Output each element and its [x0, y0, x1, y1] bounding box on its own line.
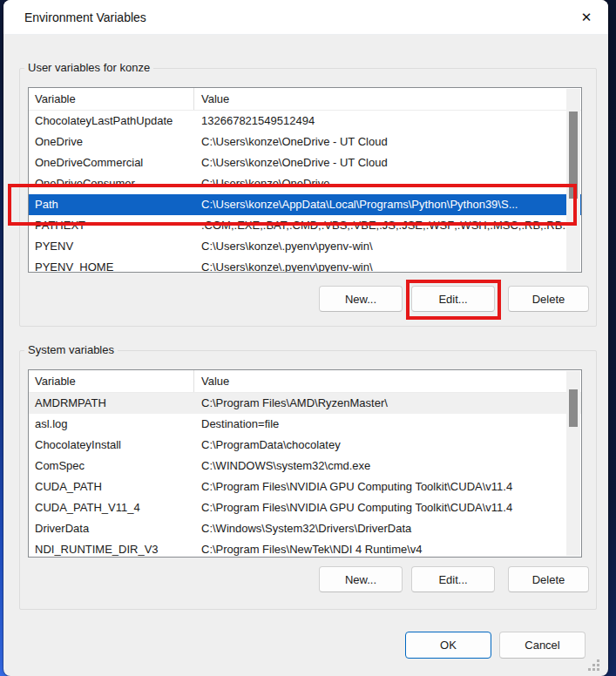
close-icon[interactable]: ✕ [572, 3, 601, 31]
table-row[interactable]: asl.log Destination=file [29, 414, 581, 435]
value-cell: C:\Program Files\NVIDIA GPU Computing To… [194, 497, 581, 518]
system-edit-button[interactable]: Edit... [411, 566, 495, 592]
user-variables-table: Variable Value ChocolateyLastPathUpdate … [28, 87, 582, 273]
system-variables-group-label: System variables [24, 343, 118, 356]
variable-column-header[interactable]: Variable [29, 88, 194, 110]
table-row[interactable]: ChocolateyInstall C:\ProgramData\chocola… [29, 435, 581, 456]
scrollbar-thumb[interactable] [569, 112, 578, 199]
system-table-header: Variable Value [29, 370, 581, 393]
variable-cell: OneDriveCommercial [29, 152, 194, 173]
value-cell: .COM;.EXE;.BAT;.CMD;.VBS;.VBE;.JS;.JSE;.… [194, 215, 581, 236]
value-cell: C:\Users\konze\OneDrive - UT Cloud [194, 132, 581, 152]
variable-cell: ComSpec [29, 456, 194, 477]
resize-grip[interactable] [597, 668, 599, 671]
table-row[interactable]: OneDriveCommercial C:\Users\konze\OneDri… [29, 152, 581, 173]
system-table-rows: AMDRMPATH C:\Program Files\AMD\RyzenMast… [29, 393, 581, 558]
value-cell: C:\Users\konze\AppData\Local\Programs\Py… [194, 194, 581, 215]
table-row[interactable]: OneDriveConsumer C:\Users\konze\OneDrive [29, 173, 581, 194]
environment-variables-dialog: Environment Variables ✕ User variables f… [3, 0, 608, 676]
variable-cell: asl.log [29, 414, 194, 435]
value-cell: Destination=file [194, 414, 581, 435]
variable-cell: ChocolateyInstall [29, 435, 194, 456]
table-row[interactable]: NDI_RUNTIME_DIR_V3 C:\Program Files\NewT… [29, 539, 581, 558]
variable-cell: DriverData [29, 518, 194, 539]
table-row[interactable]: ChocolateyLastPathUpdate 132667821549512… [29, 111, 581, 132]
value-cell: C:\Program Files\NewTek\NDI 4 Runtime\v4 [194, 539, 581, 558]
user-edit-button[interactable]: Edit... [411, 286, 495, 312]
cancel-button[interactable]: Cancel [499, 632, 586, 659]
user-variables-group-label: User variables for konze [24, 61, 153, 74]
value-column-header[interactable]: Value [194, 88, 581, 110]
variable-cell: CUDA_PATH_V11_4 [29, 497, 194, 518]
system-table-scrollbar[interactable] [566, 371, 580, 556]
ok-button[interactable]: OK [405, 632, 491, 659]
value-cell: C:\ProgramData\chocolatey [194, 435, 581, 456]
user-new-button[interactable]: New... [319, 286, 403, 312]
value-cell: C:\Windows\System32\Drivers\DriverData [194, 518, 581, 539]
variable-cell: PYENV [29, 236, 194, 257]
user-delete-button[interactable]: Delete [508, 286, 589, 312]
value-cell: C:\Users\konze\.pyenv\pyenv-win\ [194, 236, 581, 257]
table-row[interactable]: CUDA_PATH_V11_4 C:\Program Files\NVIDIA … [29, 497, 581, 518]
value-cell: C:\Users\konze\.pyenv\pyenv-win\ [194, 257, 581, 273]
table-row[interactable]: PYENV_HOME C:\Users\konze\.pyenv\pyenv-w… [29, 257, 581, 273]
table-row[interactable]: DriverData C:\Windows\System32\Drivers\D… [29, 518, 581, 539]
table-row[interactable]: Path C:\Users\konze\AppData\Local\Progra… [29, 194, 581, 215]
variable-cell: CUDA_PATH [29, 477, 194, 497]
variable-cell: OneDriveConsumer [29, 173, 194, 194]
scrollbar-thumb[interactable] [569, 389, 578, 427]
variable-cell: NDI_RUNTIME_DIR_V3 [29, 539, 194, 558]
table-row[interactable]: CUDA_PATH C:\Program Files\NVIDIA GPU Co… [29, 477, 581, 497]
system-variables-table: Variable Value AMDRMPATH C:\Program File… [28, 369, 582, 558]
variable-cell: OneDrive [29, 132, 194, 152]
table-row[interactable]: PYENV C:\Users\konze\.pyenv\pyenv-win\ [29, 236, 581, 257]
user-table-header: Variable Value [29, 88, 581, 111]
value-cell: 132667821549512494 [194, 111, 581, 132]
table-row[interactable]: PATHEXT .COM;.EXE;.BAT;.CMD;.VBS;.VBE;.J… [29, 215, 581, 236]
value-cell: C:\Program Files\AMD\RyzenMaster\ [194, 393, 581, 414]
variable-cell: PATHEXT [29, 215, 194, 236]
variable-cell: AMDRMPATH [29, 393, 194, 414]
value-cell: C:\Program Files\NVIDIA GPU Computing To… [194, 477, 581, 497]
variable-cell: PYENV_HOME [29, 257, 194, 273]
variable-cell: Path [29, 194, 194, 215]
window-title: Environment Variables [3, 10, 146, 24]
table-row[interactable]: OneDrive C:\Users\konze\OneDrive - UT Cl… [29, 132, 581, 152]
value-cell: C:\Users\konze\OneDrive - UT Cloud [194, 152, 581, 173]
variable-column-header[interactable]: Variable [29, 370, 194, 392]
user-table-scrollbar[interactable] [566, 89, 580, 271]
user-table-rows: ChocolateyLastPathUpdate 132667821549512… [29, 111, 581, 273]
value-cell: C:\Users\konze\OneDrive [194, 173, 581, 194]
table-row[interactable]: ComSpec C:\WINDOWS\system32\cmd.exe [29, 456, 581, 477]
title-bar: Environment Variables ✕ [3, 0, 608, 35]
variable-cell: ChocolateyLastPathUpdate [29, 111, 194, 132]
value-cell: C:\WINDOWS\system32\cmd.exe [194, 456, 581, 477]
value-column-header[interactable]: Value [194, 370, 581, 392]
table-row[interactable]: AMDRMPATH C:\Program Files\AMD\RyzenMast… [29, 393, 581, 414]
system-new-button[interactable]: New... [319, 566, 403, 592]
system-delete-button[interactable]: Delete [508, 566, 589, 592]
